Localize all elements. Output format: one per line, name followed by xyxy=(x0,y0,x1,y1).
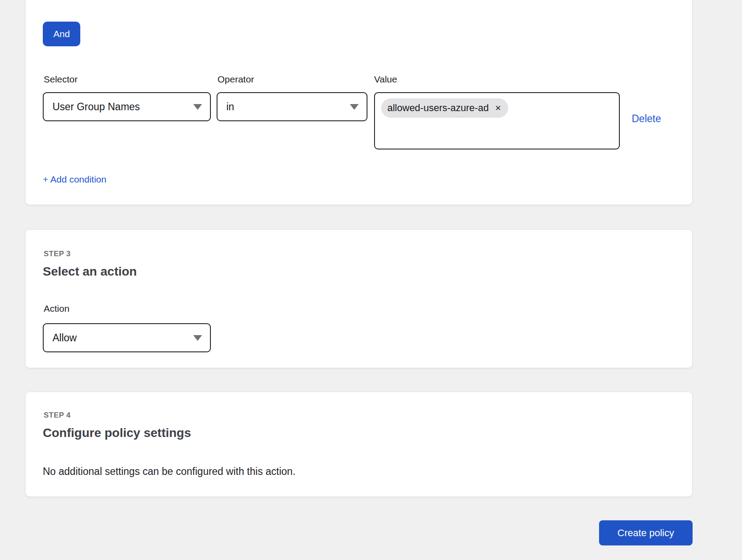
step4-title: Configure policy settings xyxy=(43,426,675,441)
step3-title: Select an action xyxy=(43,264,675,279)
value-column-label: Value xyxy=(374,74,397,85)
value-tag: allowed-users-azure-ad ✕ xyxy=(381,98,508,118)
chevron-down-icon xyxy=(193,104,202,110)
step4-card: STEP 4 Configure policy settings No addi… xyxy=(25,392,693,497)
selector-dropdown-value: User Group Names xyxy=(52,101,188,113)
policy-builder-page: And Selector Operator Value User Group N… xyxy=(25,0,693,545)
and-operator-button[interactable]: And xyxy=(43,22,80,46)
remove-tag-icon[interactable]: ✕ xyxy=(495,105,501,112)
value-multiselect-input[interactable]: allowed-users-azure-ad ✕ xyxy=(374,92,620,149)
create-policy-button[interactable]: Create policy xyxy=(599,520,693,545)
step3-card: STEP 3 Select an action Action Allow xyxy=(25,229,693,368)
chevron-down-icon xyxy=(193,335,202,341)
step4-description: No additional settings can be configured… xyxy=(43,465,675,478)
delete-condition-button[interactable]: Delete xyxy=(632,112,661,125)
action-dropdown[interactable]: Allow xyxy=(43,323,211,352)
action-dropdown-value: Allow xyxy=(52,332,188,344)
condition-column-labels: Selector Operator Value xyxy=(43,74,692,85)
selector-dropdown[interactable]: User Group Names xyxy=(43,92,211,121)
add-condition-link[interactable]: + Add condition xyxy=(43,174,106,185)
value-tag-label: allowed-users-azure-ad xyxy=(387,102,489,114)
conditions-card: And Selector Operator Value User Group N… xyxy=(25,0,693,205)
selector-column-label: Selector xyxy=(43,74,217,85)
action-label: Action xyxy=(43,303,675,314)
form-footer: Create policy xyxy=(25,520,693,545)
operator-dropdown[interactable]: in xyxy=(217,92,367,121)
condition-row: User Group Names in allowed-users-azure-… xyxy=(43,92,692,149)
operator-dropdown-value: in xyxy=(226,101,345,113)
operator-column-label: Operator xyxy=(217,74,374,85)
step4-label: STEP 4 xyxy=(43,411,675,420)
chevron-down-icon xyxy=(350,104,359,110)
step3-label: STEP 3 xyxy=(43,249,675,259)
